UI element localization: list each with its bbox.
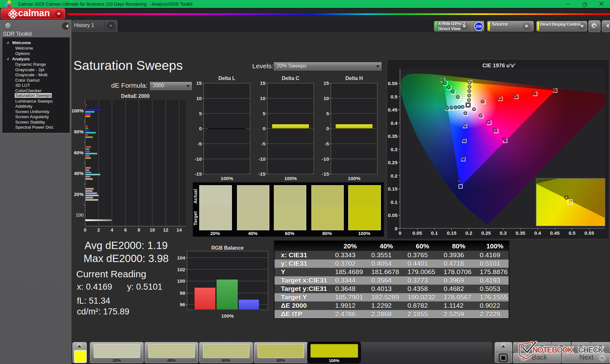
svg-text:-5: -5 — [197, 141, 202, 146]
svg-text:5: 5 — [199, 111, 202, 116]
svg-text:96: 96 — [180, 302, 186, 307]
svg-text:-5: -5 — [261, 141, 266, 146]
svg-text:15: 15 — [323, 80, 329, 86]
svg-text:2: 2 — [97, 227, 100, 233]
svg-text:-5: -5 — [325, 141, 329, 146]
svg-text:Delta C: Delta C — [282, 76, 300, 81]
svg-text:RGB Balance: RGB Balance — [211, 245, 243, 251]
svg-text:0.15: 0.15 — [388, 186, 398, 192]
svg-text:-10: -10 — [195, 156, 202, 162]
svg-text:Delta H: Delta H — [345, 76, 363, 81]
svg-text:-10: -10 — [258, 156, 265, 162]
svg-text:100%: 100% — [220, 176, 233, 181]
svg-text:5: 5 — [263, 111, 266, 116]
svg-text:0: 0 — [84, 227, 86, 233]
svg-text:-15: -15 — [322, 171, 329, 177]
svg-text:0.55: 0.55 — [388, 81, 398, 86]
svg-text:100%: 100% — [71, 108, 84, 113]
svg-text:8: 8 — [138, 227, 140, 233]
svg-text:0: 0 — [399, 230, 402, 236]
svg-text:0.05: 0.05 — [412, 230, 422, 236]
svg-text:0.2: 0.2 — [390, 173, 397, 179]
svg-text:0.1: 0.1 — [431, 230, 438, 236]
svg-text:0.45: 0.45 — [550, 230, 560, 236]
svg-text:0.1: 0.1 — [390, 199, 397, 205]
svg-text:-15: -15 — [195, 171, 202, 177]
svg-text:-15: -15 — [258, 171, 266, 177]
svg-text:DeltaE 2000: DeltaE 2000 — [121, 93, 150, 99]
svg-text:10: 10 — [196, 96, 202, 101]
svg-text:100: 100 — [76, 212, 84, 218]
svg-text:0.2: 0.2 — [465, 230, 472, 236]
svg-text:6: 6 — [124, 227, 127, 233]
svg-text:0: 0 — [263, 126, 266, 131]
svg-text:0.4: 0.4 — [390, 120, 397, 126]
svg-text:0.4: 0.4 — [534, 230, 541, 236]
svg-text:4: 4 — [111, 227, 113, 233]
svg-text:0.5: 0.5 — [569, 230, 576, 236]
svg-text:CHECK: CHECK — [578, 346, 603, 354]
svg-text:0: 0 — [326, 126, 329, 131]
svg-text:0.25: 0.25 — [388, 160, 398, 165]
svg-text:10: 10 — [150, 227, 155, 233]
svg-text:5: 5 — [326, 111, 329, 116]
svg-text:15: 15 — [196, 80, 202, 86]
svg-text:0.5: 0.5 — [390, 94, 397, 99]
svg-text:0.25: 0.25 — [481, 230, 491, 236]
svg-text:0.3: 0.3 — [390, 147, 397, 152]
svg-text:10: 10 — [323, 96, 329, 101]
svg-text:-10: -10 — [322, 156, 329, 162]
svg-text:100: 100 — [177, 278, 185, 284]
svg-text:15: 15 — [260, 80, 266, 86]
svg-text:98: 98 — [180, 290, 186, 296]
svg-text:0.45: 0.45 — [388, 107, 398, 112]
svg-text:100%: 100% — [348, 176, 361, 181]
svg-text:20%: 20% — [74, 192, 84, 197]
svg-text:0.55: 0.55 — [585, 230, 594, 236]
svg-text:10: 10 — [260, 96, 265, 101]
svg-text:0.35: 0.35 — [516, 230, 525, 236]
svg-text:104: 104 — [177, 255, 185, 260]
svg-text:102: 102 — [177, 267, 185, 272]
svg-text:0: 0 — [395, 226, 397, 231]
svg-text:0.15: 0.15 — [447, 230, 457, 236]
svg-text:0.3: 0.3 — [500, 230, 507, 236]
svg-text:Delta L: Delta L — [218, 76, 235, 81]
svg-text:0: 0 — [199, 126, 202, 131]
svg-text:0.05: 0.05 — [388, 212, 398, 218]
svg-text:0.35: 0.35 — [388, 133, 398, 139]
svg-text:60%: 60% — [74, 150, 84, 155]
svg-text:12: 12 — [163, 227, 168, 233]
svg-text:NOTEBOOK: NOTEBOOK — [532, 346, 573, 354]
svg-text:100%: 100% — [284, 176, 297, 181]
svg-text:14: 14 — [177, 227, 182, 233]
svg-text:40%: 40% — [74, 171, 84, 176]
svg-text:100%: 100% — [221, 313, 234, 319]
svg-text:80%: 80% — [74, 129, 84, 134]
